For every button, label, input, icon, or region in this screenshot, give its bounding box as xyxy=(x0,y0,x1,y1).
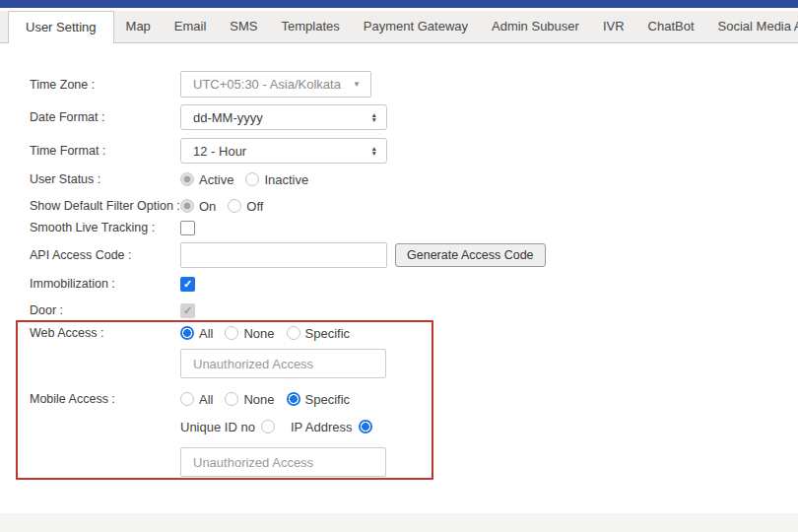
mobile-access-type-unique-id[interactable]: Unique ID no xyxy=(180,420,275,434)
radio-selected-disabled-icon xyxy=(180,172,194,186)
time-format-label: Time Format : xyxy=(30,144,180,158)
api-access-code-label: API Access Code : xyxy=(30,248,180,262)
smooth-tracking-row: Smooth Live Tracking : xyxy=(30,220,798,235)
option-label: Specific xyxy=(305,392,351,407)
settings-tabbar: User Setting Map Email SMS Templates Pay… xyxy=(0,11,798,43)
option-label: Specific xyxy=(305,326,351,341)
default-filter-row: Show Default Filter Option : On Off xyxy=(30,197,798,215)
option-label: None xyxy=(243,326,274,341)
radio-unselected-icon xyxy=(225,392,238,406)
tab-sms[interactable]: SMS xyxy=(218,11,269,42)
time-zone-select[interactable]: UTC+05:30 - Asia/Kolkata ▼ xyxy=(180,71,371,98)
mobile-access-label: Mobile Access : xyxy=(30,392,180,406)
user-status-label: User Status : xyxy=(30,172,180,186)
select-spinner-icon: ▲▼ xyxy=(371,146,377,156)
tab-payment-gateway[interactable]: Payment Gateway xyxy=(352,11,480,42)
mobile-access-unauthorized-input[interactable] xyxy=(180,447,386,477)
tab-social-media-api[interactable]: Social Media API xyxy=(706,11,798,42)
tab-user-setting[interactable]: User Setting xyxy=(8,11,114,43)
date-format-label: Date Format : xyxy=(30,110,180,124)
date-format-value: dd-MM-yyyy xyxy=(193,110,263,125)
door-checkbox[interactable] xyxy=(180,303,195,318)
default-filter-label: Show Default Filter Option : xyxy=(30,199,180,213)
option-label: On xyxy=(199,199,216,214)
api-access-code-row: API Access Code : Generate Access Code xyxy=(30,242,798,268)
web-access-unauthorized-input[interactable] xyxy=(180,349,386,378)
mobile-access-option-specific[interactable]: Specific xyxy=(287,392,351,407)
web-access-label: Web Access : xyxy=(30,326,180,340)
time-format-row: Time Format : 12 - Hour ▲▼ xyxy=(30,138,798,164)
default-filter-option-off[interactable]: Off xyxy=(228,199,263,214)
radio-selected-disabled-icon xyxy=(180,199,194,213)
radio-unselected-icon xyxy=(180,392,194,406)
immobilization-checkbox[interactable] xyxy=(180,277,195,292)
user-status-option-active[interactable]: Active xyxy=(180,172,233,187)
option-label: Off xyxy=(246,199,263,214)
radio-unselected-icon xyxy=(228,199,241,213)
user-setting-panel: Time Zone : UTC+05:30 - Asia/Kolkata ▼ D… xyxy=(0,43,798,513)
access-settings-highlight-box: Web Access : All None Specific xyxy=(16,320,433,480)
web-access-option-none[interactable]: None xyxy=(225,326,274,341)
tab-map[interactable]: Map xyxy=(114,11,163,42)
radio-unselected-icon xyxy=(261,420,275,433)
immobilization-row: Immobilization : xyxy=(30,276,798,292)
select-spinner-icon: ▲▼ xyxy=(371,112,377,122)
date-format-select[interactable]: dd-MM-yyyy ▲▼ xyxy=(180,104,387,130)
radio-unselected-icon xyxy=(287,326,300,340)
generate-access-code-button[interactable]: Generate Access Code xyxy=(395,243,546,267)
option-label: Unique ID no xyxy=(180,420,255,434)
radio-selected-icon xyxy=(180,326,194,340)
option-label: None xyxy=(243,392,274,407)
option-label: Active xyxy=(199,172,233,187)
date-format-row: Date Format : dd-MM-yyyy ▲▼ xyxy=(30,104,798,130)
time-format-value: 12 - Hour xyxy=(193,144,246,159)
radio-unselected-icon xyxy=(245,172,259,186)
chevron-down-icon: ▼ xyxy=(353,80,361,89)
mobile-access-option-none[interactable]: None xyxy=(225,392,274,407)
tab-ivr[interactable]: IVR xyxy=(591,11,636,42)
mobile-access-type-ip-address[interactable]: IP Address xyxy=(291,420,372,434)
tab-templates[interactable]: Templates xyxy=(270,11,352,42)
option-label: All xyxy=(199,326,213,341)
option-label: Inactive xyxy=(264,172,308,187)
tab-chatbot[interactable]: ChatBot xyxy=(636,11,706,42)
time-format-select[interactable]: 12 - Hour ▲▼ xyxy=(180,138,387,164)
default-filter-option-on[interactable]: On xyxy=(180,199,216,214)
tab-email[interactable]: Email xyxy=(163,11,219,42)
immobilization-label: Immobilization : xyxy=(30,277,180,291)
door-label: Door : xyxy=(30,303,180,317)
api-access-code-input[interactable] xyxy=(180,242,387,268)
user-status-option-inactive[interactable]: Inactive xyxy=(245,172,308,187)
smooth-tracking-checkbox[interactable] xyxy=(180,221,195,235)
time-zone-label: Time Zone : xyxy=(30,78,180,92)
top-navy-bar xyxy=(0,0,798,8)
web-access-option-all[interactable]: All xyxy=(180,326,213,341)
radio-selected-icon xyxy=(359,420,372,433)
option-label: IP Address xyxy=(291,420,353,434)
tab-admin-subuser[interactable]: Admin Subuser xyxy=(480,11,591,42)
time-zone-row: Time Zone : UTC+05:30 - Asia/Kolkata ▼ xyxy=(30,71,798,98)
time-zone-value: UTC+05:30 - Asia/Kolkata xyxy=(193,77,341,92)
web-access-row: Web Access : All None Specific xyxy=(30,325,432,341)
door-row: Door : xyxy=(30,302,798,318)
option-label: All xyxy=(199,392,213,407)
mobile-access-row: Mobile Access : All None Specific xyxy=(30,391,432,407)
mobile-access-type-row: Unique ID no IP Address xyxy=(180,419,432,434)
web-access-option-specific[interactable]: Specific xyxy=(287,326,351,341)
mobile-access-option-all[interactable]: All xyxy=(180,392,213,407)
smooth-tracking-label: Smooth Live Tracking : xyxy=(30,221,180,234)
radio-selected-icon xyxy=(287,392,300,406)
user-status-row: User Status : Active Inactive xyxy=(30,170,798,188)
radio-unselected-icon xyxy=(225,326,238,340)
